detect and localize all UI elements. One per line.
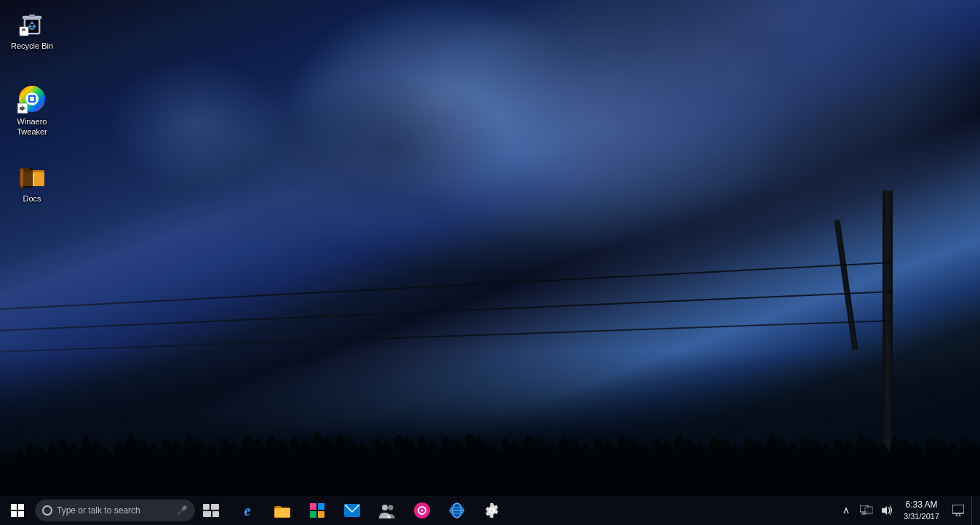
svg-rect-42 [952, 505, 964, 513]
edge-icon: e [239, 502, 255, 518]
windows-logo-icon [11, 504, 24, 517]
task-view-icon [203, 504, 219, 517]
svg-rect-18 [212, 511, 219, 517]
svg-rect-16 [211, 504, 219, 510]
file-explorer-icon [274, 502, 290, 518]
docs-label: Docs [23, 193, 41, 204]
svg-rect-39 [865, 507, 873, 513]
ie-icon [449, 502, 465, 518]
svg-rect-14 [33, 173, 34, 185]
svg-rect-21 [275, 508, 290, 517]
desktop-icon-docs[interactable]: Docs [3, 159, 61, 207]
taskbar: Type or talk to search 🎤 e [0, 496, 980, 525]
tray-volume-button[interactable] [877, 496, 896, 525]
people-icon [379, 502, 395, 518]
svg-rect-17 [203, 511, 211, 517]
mail-icon [344, 502, 360, 518]
taskbar-file-explorer[interactable] [265, 496, 300, 525]
taskbar-ie[interactable] [439, 496, 474, 525]
taskbar-clock[interactable]: 6:33 AM 3/31/2017 [898, 496, 945, 525]
desktop-icon-winaero[interactable]: Winaero Tweaker [3, 81, 61, 140]
svg-rect-22 [310, 503, 316, 510]
groove-icon [414, 502, 430, 518]
taskbar-apps: e [230, 496, 509, 525]
taskbar-store[interactable] [300, 496, 335, 525]
volume-icon [881, 505, 893, 516]
start-button[interactable] [0, 496, 35, 525]
tray-display-icon[interactable] [857, 496, 876, 525]
display-icon [860, 505, 873, 516]
grass-silhouette [0, 401, 980, 496]
svg-rect-23 [318, 503, 324, 510]
settings-icon [484, 502, 500, 518]
tray-overflow-button[interactable] [837, 496, 856, 525]
taskbar-mail[interactable] [335, 496, 370, 525]
action-center-button[interactable] [947, 496, 970, 525]
docs-folder-icon [17, 161, 47, 191]
desktop-icon-recycle-bin[interactable]: Recycle Bin [3, 6, 61, 54]
svg-point-28 [389, 505, 394, 510]
svg-rect-24 [310, 511, 316, 518]
svg-rect-15 [203, 504, 210, 510]
recycle-bin-icon [17, 9, 47, 38]
svg-point-31 [421, 510, 423, 512]
svg-rect-8 [30, 97, 34, 101]
svg-point-27 [382, 505, 388, 510]
clock-date: 3/31/2017 [904, 511, 939, 522]
action-center-icon [952, 505, 964, 516]
taskbar-people[interactable] [370, 496, 405, 525]
svg-rect-3 [29, 15, 35, 17]
search-label: Type or talk to search [57, 505, 140, 516]
taskbar-groove[interactable] [405, 496, 439, 525]
svg-marker-41 [882, 506, 887, 515]
clock-time: 6:33 AM [906, 499, 938, 511]
store-icon [309, 502, 325, 518]
taskbar-edge[interactable]: e [230, 496, 265, 525]
show-desktop-button[interactable] [971, 496, 977, 525]
desktop: Recycle Bin [0, 0, 980, 496]
taskbar-search[interactable]: Type or talk to search 🎤 [35, 500, 195, 521]
recycle-bin-label: Recycle Bin [11, 41, 53, 51]
taskbar-settings[interactable] [474, 496, 509, 525]
task-view-button[interactable] [195, 496, 227, 525]
microphone-icon[interactable]: 🎤 [177, 505, 188, 516]
search-icon [42, 505, 52, 516]
svg-rect-25 [318, 511, 324, 518]
system-tray: 6:33 AM 3/31/2017 [837, 496, 980, 525]
svg-rect-13 [20, 169, 23, 188]
winaero-label: Winaero Tweaker [6, 116, 58, 137]
chevron-up-icon [843, 506, 849, 515]
winaero-icon [17, 84, 47, 113]
